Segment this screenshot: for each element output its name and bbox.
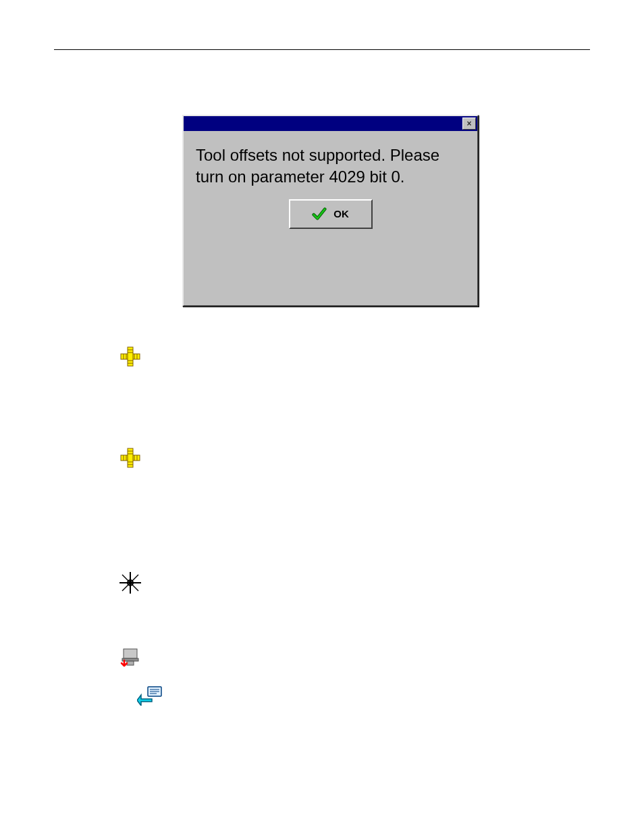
svg-rect-27	[127, 661, 134, 665]
horizontal-rule	[54, 49, 590, 50]
close-icon: ×	[466, 120, 471, 128]
svg-rect-25	[124, 649, 137, 658]
message-dialog: × Tool offsets not supported. Please tur…	[182, 115, 479, 307]
dialog-titlebar: ×	[184, 116, 477, 131]
ruler-cross-icon	[118, 446, 142, 470]
check-icon	[312, 207, 327, 221]
dialog-footer: OK	[184, 195, 477, 238]
star-target-icon	[118, 571, 142, 595]
dialog-message: Tool offsets not supported. Please turn …	[184, 131, 477, 195]
ok-button[interactable]: OK	[289, 199, 373, 229]
machine-tool-icon	[118, 645, 142, 669]
ok-button-label: OK	[333, 208, 349, 219]
close-button[interactable]: ×	[462, 118, 476, 130]
ruler-cross-icon	[118, 344, 142, 369]
back-message-icon	[137, 685, 164, 706]
